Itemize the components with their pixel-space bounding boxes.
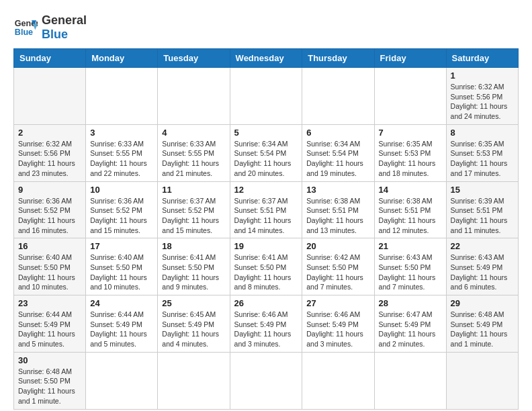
calendar-cell: 30Sunrise: 6:48 AM Sunset: 5:50 PM Dayli… (14, 352, 86, 409)
day-number: 12 (234, 185, 298, 195)
day-number: 6 (306, 128, 369, 138)
day-number: 18 (162, 241, 225, 251)
calendar-cell: 22Sunrise: 6:43 AM Sunset: 5:49 PM Dayli… (446, 238, 518, 295)
day-number: 17 (90, 241, 153, 251)
calendar-cell: 9Sunrise: 6:36 AM Sunset: 5:52 PM Daylig… (14, 181, 86, 238)
day-info: Sunrise: 6:37 AM Sunset: 5:52 PM Dayligh… (162, 196, 225, 236)
calendar-cell: 27Sunrise: 6:46 AM Sunset: 5:49 PM Dayli… (302, 295, 374, 353)
day-info: Sunrise: 6:42 AM Sunset: 5:50 PM Dayligh… (306, 253, 369, 292)
calendar-cell: 1Sunrise: 6:32 AM Sunset: 5:56 PM Daylig… (446, 68, 518, 125)
calendar-cell: 2Sunrise: 6:32 AM Sunset: 5:56 PM Daylig… (14, 124, 86, 181)
day-number: 11 (162, 185, 225, 195)
day-header-saturday: Saturday (446, 49, 518, 68)
calendar-cell: 24Sunrise: 6:44 AM Sunset: 5:49 PM Dayli… (86, 295, 158, 353)
day-number: 19 (234, 241, 298, 251)
logo-general: General (42, 13, 87, 28)
day-info: Sunrise: 6:39 AM Sunset: 5:51 PM Dayligh… (451, 196, 514, 236)
day-header-wednesday: Wednesday (230, 49, 302, 68)
calendar-header-row: SundayMondayTuesdayWednesdayThursdayFrid… (14, 49, 519, 68)
calendar: SundayMondayTuesdayWednesdayThursdayFrid… (13, 48, 519, 410)
calendar-cell: 4Sunrise: 6:33 AM Sunset: 5:55 PM Daylig… (158, 124, 230, 181)
day-number: 2 (18, 128, 81, 138)
day-number: 9 (18, 185, 81, 195)
calendar-cell: 13Sunrise: 6:38 AM Sunset: 5:51 PM Dayli… (302, 181, 374, 238)
day-number: 26 (234, 298, 298, 308)
day-number: 1 (451, 71, 514, 81)
day-info: Sunrise: 6:35 AM Sunset: 5:53 PM Dayligh… (379, 139, 442, 179)
logo: General Blue General Blue (13, 13, 87, 42)
calendar-cell: 16Sunrise: 6:40 AM Sunset: 5:50 PM Dayli… (14, 238, 86, 295)
day-header-sunday: Sunday (14, 49, 86, 68)
calendar-cell (302, 352, 374, 409)
calendar-cell (374, 68, 446, 125)
calendar-cell: 14Sunrise: 6:38 AM Sunset: 5:51 PM Dayli… (374, 181, 446, 238)
calendar-cell (158, 352, 230, 409)
calendar-cell (86, 352, 158, 409)
calendar-cell: 3Sunrise: 6:33 AM Sunset: 5:55 PM Daylig… (86, 124, 158, 181)
day-info: Sunrise: 6:46 AM Sunset: 5:49 PM Dayligh… (234, 310, 298, 349)
day-info: Sunrise: 6:38 AM Sunset: 5:51 PM Dayligh… (306, 196, 369, 236)
day-number: 4 (162, 128, 225, 138)
day-info: Sunrise: 6:48 AM Sunset: 5:50 PM Dayligh… (18, 367, 81, 406)
day-info: Sunrise: 6:36 AM Sunset: 5:52 PM Dayligh… (18, 196, 81, 236)
calendar-week-2: 2Sunrise: 6:32 AM Sunset: 5:56 PM Daylig… (14, 124, 519, 181)
day-info: Sunrise: 6:46 AM Sunset: 5:49 PM Dayligh… (306, 310, 369, 349)
day-number: 21 (379, 241, 442, 251)
calendar-cell: 29Sunrise: 6:48 AM Sunset: 5:49 PM Dayli… (446, 295, 518, 353)
calendar-cell (446, 352, 518, 409)
calendar-cell (302, 68, 374, 125)
day-header-tuesday: Tuesday (158, 49, 230, 68)
day-info: Sunrise: 6:34 AM Sunset: 5:54 PM Dayligh… (234, 139, 298, 179)
calendar-week-3: 9Sunrise: 6:36 AM Sunset: 5:52 PM Daylig… (14, 181, 519, 238)
calendar-cell: 12Sunrise: 6:37 AM Sunset: 5:51 PM Dayli… (230, 181, 302, 238)
logo-icon: General Blue (13, 15, 38, 40)
day-info: Sunrise: 6:36 AM Sunset: 5:52 PM Dayligh… (90, 196, 153, 236)
day-info: Sunrise: 6:32 AM Sunset: 5:56 PM Dayligh… (18, 139, 81, 179)
day-info: Sunrise: 6:44 AM Sunset: 5:49 PM Dayligh… (18, 310, 81, 349)
day-info: Sunrise: 6:41 AM Sunset: 5:50 PM Dayligh… (162, 253, 225, 292)
calendar-cell: 8Sunrise: 6:35 AM Sunset: 5:53 PM Daylig… (446, 124, 518, 181)
calendar-cell: 19Sunrise: 6:41 AM Sunset: 5:50 PM Dayli… (230, 238, 302, 295)
day-info: Sunrise: 6:38 AM Sunset: 5:51 PM Dayligh… (379, 196, 442, 236)
logo-blue: Blue (42, 28, 87, 42)
day-info: Sunrise: 6:43 AM Sunset: 5:50 PM Dayligh… (379, 253, 442, 292)
day-info: Sunrise: 6:45 AM Sunset: 5:49 PM Dayligh… (162, 310, 225, 349)
day-number: 3 (90, 128, 153, 138)
day-number: 15 (451, 185, 514, 195)
day-info: Sunrise: 6:33 AM Sunset: 5:55 PM Dayligh… (162, 139, 225, 179)
day-number: 22 (451, 241, 514, 251)
calendar-cell: 5Sunrise: 6:34 AM Sunset: 5:54 PM Daylig… (230, 124, 302, 181)
svg-text:Blue: Blue (15, 28, 33, 37)
calendar-cell (230, 352, 302, 409)
day-number: 27 (306, 298, 369, 308)
day-info: Sunrise: 6:34 AM Sunset: 5:54 PM Dayligh… (306, 139, 369, 179)
calendar-week-1: 1Sunrise: 6:32 AM Sunset: 5:56 PM Daylig… (14, 68, 519, 125)
calendar-cell (230, 68, 302, 125)
day-number: 20 (306, 241, 369, 251)
day-header-monday: Monday (86, 49, 158, 68)
calendar-week-4: 16Sunrise: 6:40 AM Sunset: 5:50 PM Dayli… (14, 238, 519, 295)
calendar-cell: 21Sunrise: 6:43 AM Sunset: 5:50 PM Dayli… (374, 238, 446, 295)
day-info: Sunrise: 6:47 AM Sunset: 5:49 PM Dayligh… (379, 310, 442, 349)
day-info: Sunrise: 6:43 AM Sunset: 5:49 PM Dayligh… (451, 253, 514, 292)
day-info: Sunrise: 6:37 AM Sunset: 5:51 PM Dayligh… (234, 196, 298, 236)
day-number: 5 (234, 128, 298, 138)
day-number: 30 (18, 355, 81, 365)
calendar-cell: 7Sunrise: 6:35 AM Sunset: 5:53 PM Daylig… (374, 124, 446, 181)
day-number: 14 (379, 185, 442, 195)
day-number: 29 (451, 298, 514, 308)
calendar-cell: 11Sunrise: 6:37 AM Sunset: 5:52 PM Dayli… (158, 181, 230, 238)
calendar-cell: 18Sunrise: 6:41 AM Sunset: 5:50 PM Dayli… (158, 238, 230, 295)
day-number: 10 (90, 185, 153, 195)
calendar-cell: 28Sunrise: 6:47 AM Sunset: 5:49 PM Dayli… (374, 295, 446, 353)
calendar-cell: 25Sunrise: 6:45 AM Sunset: 5:49 PM Dayli… (158, 295, 230, 353)
calendar-cell: 20Sunrise: 6:42 AM Sunset: 5:50 PM Dayli… (302, 238, 374, 295)
page-header: General Blue General Blue (13, 13, 519, 42)
day-number: 8 (451, 128, 514, 138)
day-number: 16 (18, 241, 81, 251)
day-header-friday: Friday (374, 49, 446, 68)
calendar-cell (158, 68, 230, 125)
day-info: Sunrise: 6:48 AM Sunset: 5:49 PM Dayligh… (451, 310, 514, 349)
day-header-thursday: Thursday (302, 49, 374, 68)
calendar-cell: 26Sunrise: 6:46 AM Sunset: 5:49 PM Dayli… (230, 295, 302, 353)
